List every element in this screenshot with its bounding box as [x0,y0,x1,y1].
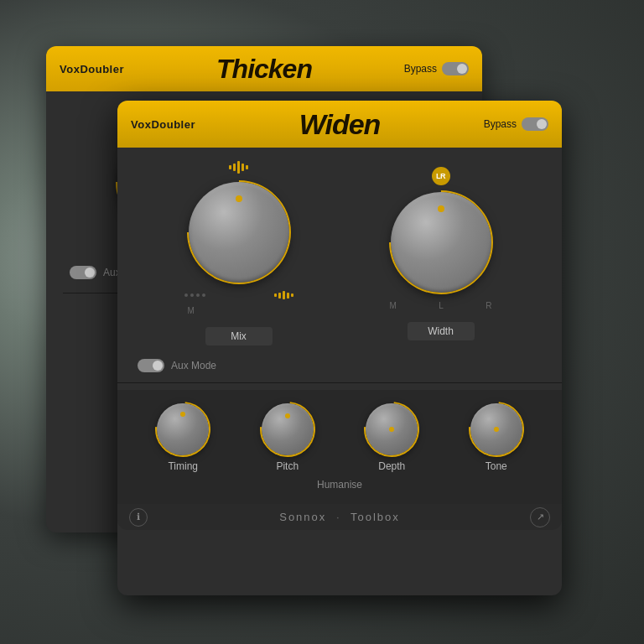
fg-header: VoxDoubler Widen Bypass [117,101,562,148]
fg-width-label: Width [408,322,475,340]
fg-footer-product-text: Toolbox [351,511,400,523]
fg-m-indicator-right: M [390,301,397,310]
fg-bottom-knobs-row: Timing Pitch Depth Tone [134,403,545,472]
fg-tone-dot [494,427,499,432]
fg-m-indicator-left: M [188,306,195,315]
fg-plugin-name: Widen [299,108,381,141]
fg-mix-knob-container [189,182,289,283]
fg-bypass-label: Bypass [484,118,517,130]
fg-footer-brand-text: Sonnox [279,511,326,523]
fg-timing-section: Timing [157,403,209,472]
fg-brand-label: VoxDoubler [131,118,195,131]
fg-mix-left-dots [184,291,205,299]
fg-depth-section: Depth [366,403,418,472]
fg-mix-knob-dot [236,195,242,202]
bg-aux-toggle[interactable] [70,266,96,279]
fg-timing-dot [180,412,185,417]
fg-timing-knob[interactable] [157,403,209,455]
fg-bypass-toggle[interactable] [522,117,548,131]
fg-mix-knob[interactable] [189,182,289,283]
fg-width-knob[interactable] [391,192,491,293]
bg-plugin-name: Thicken [216,54,312,85]
fg-footer-dot: · [336,511,341,523]
fg-timing-label: Timing [168,460,198,472]
fg-tone-section: Tone [470,403,522,472]
fg-tone-label: Tone [486,460,507,472]
foreground-plugin: VoxDoubler Widen Bypass [117,101,562,595]
bg-bypass-label: Bypass [404,63,437,75]
fg-l-indicator: L [439,301,444,310]
fg-mix-section: M Mix [184,161,293,345]
fg-footer: ℹ Sonnox · Toolbox ↗ [117,504,562,530]
fg-aux-label: Aux Mode [171,360,216,371]
bg-bypass-area: Bypass [404,62,469,75]
fg-footer-brand: Sonnox · Toolbox [279,511,400,523]
bg-brand-label: VoxDoubler [60,63,124,75]
bg-header: VoxDoubler Thicken Bypass [46,46,482,91]
fg-bypass-area: Bypass [484,117,548,131]
fg-resize-icon[interactable]: ↗ [530,507,550,527]
fg-pitch-section: Pitch [262,403,314,472]
fg-depth-label: Depth [378,460,405,472]
fg-main-controls: M Mix LR M L R Width [117,148,562,356]
fg-mix-label: Mix [205,327,273,345]
fg-depth-dot [389,427,394,432]
fg-mix-center-wave [274,291,293,299]
fg-bottom-section: Timing Pitch Depth Tone [117,390,562,504]
fg-mix-waveform [229,161,248,174]
fg-humanise-label: Humanise [134,479,545,491]
fg-lr-badge: LR [432,167,450,185]
fg-pitch-knob[interactable] [262,403,314,455]
fg-aux-toggle[interactable] [138,359,164,372]
fg-tone-knob[interactable] [470,403,522,455]
fg-pitch-label: Pitch [276,460,299,472]
fg-width-knob-dot [438,205,444,212]
fg-r-indicator: R [486,301,491,310]
fg-aux-mode-row: Aux Mode [138,359,542,372]
fg-width-knob-container [391,192,491,293]
fg-pitch-dot [285,413,290,418]
fg-depth-knob[interactable] [366,403,418,455]
fg-width-section: LR M L R Width [387,167,496,340]
fg-divider [117,382,562,383]
bg-bypass-toggle[interactable] [442,62,469,75]
fg-info-icon[interactable]: ℹ [129,508,148,527]
